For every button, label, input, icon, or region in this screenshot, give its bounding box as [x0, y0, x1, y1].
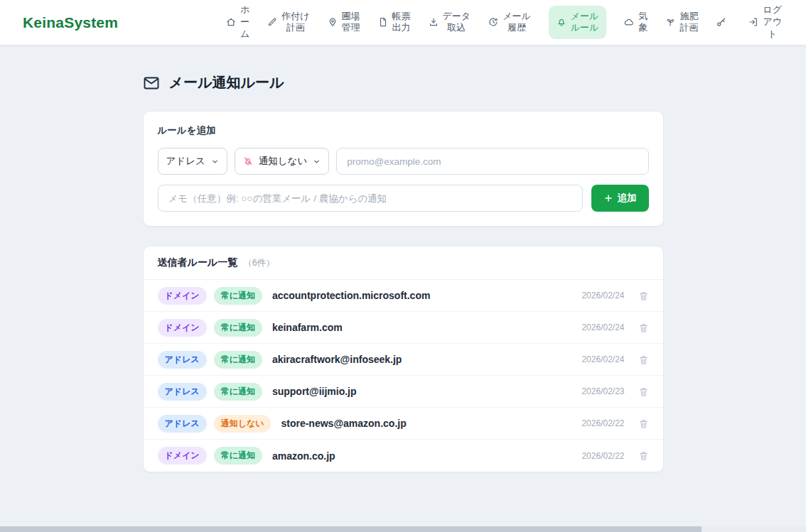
rule-row: アドレス 常に通知 akiracraftwork@infoseek.jp 202…	[144, 344, 663, 376]
rule-row: アドレス 常に通知 support@iijmio.jp 2026/02/23	[144, 376, 663, 408]
add-button-label: 追加	[618, 192, 637, 205]
add-rule-row-1: アドレス 通知しない	[158, 148, 649, 175]
map-pin-icon	[328, 17, 338, 27]
nav-label: メール ルール	[571, 11, 599, 35]
rule-list-heading: 送信者ルール一覧	[158, 256, 238, 269]
nav-label: 気 象	[638, 11, 648, 35]
pencil-icon	[267, 17, 277, 27]
delete-rule-button[interactable]	[637, 449, 650, 462]
rule-type-badge: ドメイン	[158, 447, 207, 465]
nav-label: データ 取込	[443, 11, 471, 35]
rule-date: 2026/02/23	[581, 386, 624, 396]
delete-rule-button[interactable]	[637, 385, 650, 398]
bell-slash-icon	[243, 156, 253, 166]
page-title-row: メール通知ルール	[143, 73, 664, 92]
nav-item-report-output[interactable]: 帳票 出力	[378, 11, 411, 35]
rule-type-badge: アドレス	[158, 415, 207, 433]
trash-icon	[638, 322, 649, 333]
rule-date: 2026/02/24	[581, 354, 624, 364]
nav-label: ログ アウ ト	[763, 4, 782, 40]
rule-type-select[interactable]: アドレス	[158, 148, 227, 175]
rule-type-badge: ドメイン	[158, 287, 207, 305]
trash-icon	[638, 450, 649, 461]
rule-date: 2026/02/24	[581, 322, 624, 332]
rule-action-badge: 常に通知	[214, 447, 262, 465]
page-title: メール通知ルール	[169, 73, 284, 92]
chevron-down-icon	[211, 158, 219, 165]
nav-item-weather[interactable]: 気 象	[624, 11, 648, 35]
trash-icon	[638, 386, 649, 397]
header: KeinaSystem ホ ー ム 作付け 計画 圃場 管理 帳票 出力	[0, 0, 806, 45]
cloud-icon	[624, 17, 634, 27]
notify-action-select-value: 通知しない	[259, 155, 307, 168]
rule-value: support@iijmio.jp	[272, 386, 357, 397]
rule-row: ドメイン 常に通知 amazon.co.jp 2026/02/22	[144, 440, 663, 472]
rule-row: アドレス 通知しない store-news@amazon.co.jp 2026/…	[144, 408, 663, 440]
history-icon	[488, 17, 498, 27]
rule-value: akiracraftwork@infoseek.jp	[272, 354, 402, 365]
rule-value: keinafarm.com	[272, 322, 343, 333]
address-input[interactable]	[336, 148, 648, 175]
sprout-icon	[665, 17, 675, 27]
rule-type-badge: アドレス	[158, 383, 207, 401]
scrollbar-thumb[interactable]	[0, 526, 702, 532]
trash-icon	[638, 354, 649, 365]
nav-label: 施肥 計画	[679, 11, 698, 35]
add-rule-button[interactable]: 追加	[591, 185, 649, 212]
trash-icon	[638, 291, 649, 301]
nav-item-data-import[interactable]: データ 取込	[429, 11, 471, 35]
document-icon	[378, 17, 388, 27]
key-icon	[716, 17, 726, 28]
add-rule-card: ルールを追加 アドレス 通知しない	[143, 111, 664, 227]
nav-item-mail-history[interactable]: メール 履歴	[488, 11, 531, 35]
rule-date: 2026/02/22	[581, 418, 624, 428]
plus-icon	[603, 193, 613, 203]
rule-action-badge: 常に通知	[214, 319, 262, 337]
rule-date: 2026/02/24	[581, 291, 624, 300]
horizontal-scrollbar[interactable]	[0, 526, 806, 532]
nav-label: 圃場 管理	[342, 11, 360, 35]
trash-icon	[638, 418, 649, 429]
rule-action-badge: 常に通知	[214, 351, 262, 369]
rule-type-badge: ドメイン	[158, 319, 207, 337]
add-rule-row-2: 追加	[158, 185, 649, 212]
mail-icon	[143, 75, 160, 92]
rule-date: 2026/02/22	[581, 451, 624, 461]
rule-action-badge: 常に通知	[214, 287, 262, 305]
delete-rule-button[interactable]	[637, 417, 650, 430]
nav-item-home[interactable]: ホ ー ム	[226, 4, 249, 40]
bell-icon	[557, 17, 566, 27]
add-rule-heading: ルールを追加	[158, 124, 649, 137]
chevron-down-icon	[313, 158, 321, 165]
logout-icon	[748, 17, 758, 27]
rule-value: amazon.co.jp	[272, 450, 335, 462]
delete-rule-button[interactable]	[637, 321, 650, 335]
nav-item-planting-plan[interactable]: 作付け 計画	[267, 11, 309, 35]
rule-value: store-news@amazon.co.jp	[281, 418, 406, 429]
delete-rule-button[interactable]	[637, 353, 650, 367]
main-content: メール通知ルール ルールを追加 アドレス 通知しない	[143, 45, 664, 472]
nav-label: 帳票 出力	[392, 11, 411, 35]
nav-item-mail-rules[interactable]: メール ルール	[549, 6, 607, 40]
rule-value: accountprotection.microsoft.com	[272, 290, 430, 301]
nav-item-logout[interactable]: ログ アウ ト	[748, 4, 782, 40]
nav-label: ホ ー ム	[240, 4, 249, 40]
rule-row: ドメイン 常に通知 accountprotection.microsoft.co…	[144, 280, 663, 312]
rule-action-badge: 通知しない	[214, 415, 272, 433]
nav-item-key[interactable]	[716, 17, 731, 28]
brand-logo[interactable]: KeinaSystem	[23, 14, 118, 31]
rule-type-select-value: アドレス	[166, 155, 205, 168]
rule-list-header: 送信者ルール一覧 （6件）	[144, 246, 663, 280]
home-icon	[226, 17, 236, 27]
nav-item-fertilizer-plan[interactable]: 施肥 計画	[665, 11, 698, 35]
rule-list-card: 送信者ルール一覧 （6件） ドメイン 常に通知 accountprotectio…	[143, 246, 664, 472]
rule-row: ドメイン 常に通知 keinafarm.com 2026/02/24	[144, 312, 663, 344]
delete-rule-button[interactable]	[637, 289, 650, 303]
download-icon	[429, 17, 439, 27]
nav-item-field-management[interactable]: 圃場 管理	[328, 11, 360, 35]
notify-action-select[interactable]: 通知しない	[235, 148, 329, 175]
memo-input[interactable]	[158, 185, 583, 212]
rule-action-badge: 常に通知	[214, 383, 262, 401]
main-nav: ホ ー ム 作付け 計画 圃場 管理 帳票 出力 データ 取込	[226, 4, 782, 40]
nav-label: 作付け 計画	[281, 11, 309, 35]
